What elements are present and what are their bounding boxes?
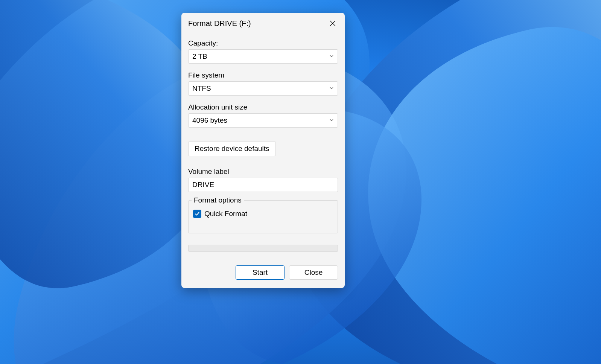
close-icon [330,20,336,26]
allocation-group: Allocation unit size 4096 bytes [188,103,338,128]
close-button[interactable] [327,18,338,29]
capacity-label: Capacity: [188,39,338,47]
volume-label-group: Volume label [188,168,338,192]
capacity-select[interactable]: 2 TB [188,49,338,64]
restore-defaults-button[interactable]: Restore device defaults [188,141,276,156]
filesystem-value: NTFS [192,84,211,93]
format-dialog: Format DRIVE (F:) Capacity: 2 TB File sy… [181,13,345,288]
quick-format-label: Quick Format [204,210,247,218]
check-icon [195,211,200,216]
format-options-fieldset: Format options Quick Format [188,200,338,233]
allocation-value: 4096 bytes [192,116,227,125]
progress-bar [188,245,338,252]
volume-label-label: Volume label [188,168,338,176]
dialog-footer: Start Close [181,265,345,280]
allocation-select[interactable]: 4096 bytes [188,113,338,128]
chevron-down-icon [329,85,334,92]
capacity-group: Capacity: 2 TB [188,39,338,64]
quick-format-row: Quick Format [193,210,333,218]
filesystem-select[interactable]: NTFS [188,81,338,96]
filesystem-label: File system [188,71,338,79]
close-dialog-button[interactable]: Close [289,265,338,280]
titlebar: Format DRIVE (F:) [181,13,345,32]
chevron-down-icon [329,117,334,124]
format-options-legend: Format options [192,196,244,204]
dialog-content: Capacity: 2 TB File system NTFS Allocati… [181,32,345,252]
quick-format-checkbox[interactable] [193,210,201,218]
filesystem-group: File system NTFS [188,71,338,96]
volume-label-input[interactable] [188,178,338,192]
dialog-title: Format DRIVE (F:) [188,19,251,28]
allocation-label: Allocation unit size [188,103,338,111]
chevron-down-icon [329,53,334,60]
start-button[interactable]: Start [236,265,285,280]
capacity-value: 2 TB [192,52,207,61]
